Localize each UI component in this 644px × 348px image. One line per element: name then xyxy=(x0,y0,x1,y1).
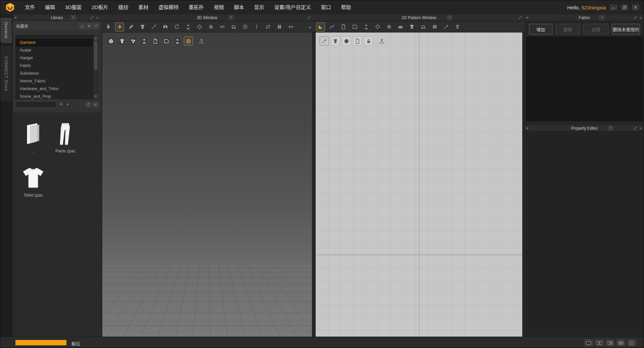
tool-measure-tape[interactable] xyxy=(286,22,295,31)
popout-icon[interactable] xyxy=(633,126,638,131)
tool-pleats-bars[interactable] xyxy=(430,22,439,31)
popout-icon[interactable] xyxy=(90,15,94,20)
refresh-view-icon[interactable] xyxy=(86,102,91,108)
tool-pattern-page[interactable] xyxy=(339,22,348,31)
menu-3d-garment[interactable]: 3D服装 xyxy=(60,0,87,14)
tool-pen-line[interactable] xyxy=(441,22,450,31)
panel-menu-dropdown[interactable]: ▼ xyxy=(447,15,452,20)
menu-edit[interactable]: 编辑 xyxy=(40,0,60,14)
menu-material[interactable]: 素材 xyxy=(133,0,153,14)
menu-retopology[interactable]: 重拓扑 xyxy=(183,0,209,14)
view-avatar-silhouette-icon[interactable] xyxy=(173,37,182,46)
tool-sewing-machine[interactable] xyxy=(419,22,428,31)
show-pattern-info-icon[interactable] xyxy=(342,37,351,46)
search-input[interactable] xyxy=(15,101,56,108)
tab-connect-store[interactable]: CONNECT Store xyxy=(0,46,12,101)
panel-menu-dropdown[interactable]: ▼ xyxy=(228,15,234,20)
tool-grid-snap[interactable] xyxy=(206,22,215,31)
close-panel-icon[interactable]: × xyxy=(638,126,643,131)
popout-icon[interactable] xyxy=(518,15,523,20)
layout-quad-pane-icon[interactable] xyxy=(616,339,625,346)
tool-rectangle-pattern[interactable] xyxy=(350,22,359,31)
list-view-icon[interactable] xyxy=(93,102,98,108)
view-world-globe-icon[interactable] xyxy=(184,37,193,46)
lock-shirt-icon[interactable] xyxy=(364,37,373,46)
add-favorite-icon[interactable] xyxy=(86,23,92,29)
layout-mixed-pane-icon[interactable] xyxy=(606,339,614,346)
tool-edit-pen[interactable] xyxy=(126,22,136,31)
tool-avatar-mannequin[interactable] xyxy=(183,22,193,31)
scroll-down-icon[interactable]: ▼ xyxy=(94,94,98,98)
layout-two-pane-icon[interactable] xyxy=(595,339,604,346)
search-filter-dropdown-icon[interactable]: ▼ xyxy=(66,103,69,106)
library-item-substance[interactable]: Substance xyxy=(16,70,93,77)
view-particle-balls-icon[interactable] xyxy=(128,37,138,46)
tool-panel-bars[interactable] xyxy=(275,22,284,31)
menu-file[interactable]: 文件 xyxy=(20,0,40,14)
folder-up-item[interactable]: .. xyxy=(17,122,49,153)
view-shaded-surface-icon[interactable] xyxy=(106,37,115,46)
tool-transform-pattern[interactable] xyxy=(316,22,325,31)
tool-fold-arrangement[interactable] xyxy=(161,22,170,31)
tool-pin-needle[interactable] xyxy=(149,22,158,31)
tool-edit-polyline[interactable] xyxy=(327,22,336,31)
tool-flatten-rotate[interactable] xyxy=(172,22,181,31)
layout-reset-icon[interactable] xyxy=(627,339,636,346)
tool-arrange-point[interactable] xyxy=(373,22,382,31)
show-sketch-pen-icon[interactable] xyxy=(320,37,329,46)
restore-button[interactable] xyxy=(621,5,628,10)
minimize-button[interactable] xyxy=(610,5,617,10)
show-pattern-page-icon[interactable] xyxy=(353,37,362,46)
tool-zipper[interactable] xyxy=(252,22,261,31)
tool-iron-press[interactable] xyxy=(396,22,405,31)
tool-hanger-ring[interactable] xyxy=(240,22,250,31)
view-avatar-person-icon[interactable] xyxy=(140,37,149,46)
menu-help[interactable]: 帮助 xyxy=(336,0,356,14)
tool-simulate-arrow[interactable] xyxy=(104,22,113,31)
collapse-arrow-icon[interactable] xyxy=(525,126,530,130)
tool-grid-snap[interactable] xyxy=(384,22,393,31)
library-item-fabric[interactable]: Fabric xyxy=(16,62,93,70)
tool-arrange-point[interactable] xyxy=(195,22,204,31)
scrollbar-thumb[interactable] xyxy=(94,41,98,70)
2d-pattern-canvas[interactable] xyxy=(316,32,522,337)
3d-viewport[interactable] xyxy=(102,32,312,337)
library-item-hardware-and-trims[interactable]: Hardware_and_Trims xyxy=(16,85,93,93)
collapse-arrow-icon[interactable] xyxy=(13,16,18,19)
arrange-upload-icon[interactable] xyxy=(197,37,206,46)
pants-file-item[interactable]: Pants.zpac xyxy=(50,122,81,153)
panel-menu-dropdown[interactable]: ▼ xyxy=(599,15,605,20)
view-pattern-page-icon[interactable] xyxy=(151,37,160,46)
menu-settings-customize[interactable]: 设置/用户自定义 xyxy=(269,0,316,14)
tool-free-sewing[interactable] xyxy=(229,22,238,31)
tool-segment-sewing[interactable] xyxy=(218,22,227,31)
menu-display[interactable]: 显示 xyxy=(249,0,269,14)
close-panel-icon[interactable]: × xyxy=(638,15,643,20)
arrange-upload-icon[interactable] xyxy=(377,37,386,46)
menu-avatar[interactable]: 虚拟模特 xyxy=(153,0,183,14)
layout-single-icon[interactable] xyxy=(584,339,593,346)
scroll-up-icon[interactable]: ▲ xyxy=(94,36,98,40)
username[interactable]: 523ningxia xyxy=(581,5,606,10)
add-fabric-button[interactable]: 增加 xyxy=(529,24,552,34)
property-editor-content[interactable] xyxy=(526,132,643,335)
collapse-arrow-icon[interactable] xyxy=(525,16,530,19)
tshirt-file-item[interactable]: Tshirt.zpac xyxy=(17,166,49,198)
panel-menu-dropdown[interactable]: ▼ xyxy=(608,126,613,131)
view-pattern-page-alt-icon[interactable] xyxy=(162,37,171,46)
library-item-avatar[interactable]: Avatar xyxy=(16,47,93,54)
import-download-icon[interactable] xyxy=(79,23,85,29)
search-icon[interactable] xyxy=(59,101,63,108)
tool-fit-plane[interactable] xyxy=(263,22,272,31)
tool-select-move-crosshair[interactable] xyxy=(115,22,124,31)
close-button[interactable] xyxy=(632,5,639,10)
popout-icon[interactable] xyxy=(633,15,638,20)
library-item-hanger[interactable]: Hanger xyxy=(16,54,93,62)
menu-video[interactable]: 视频 xyxy=(209,0,229,14)
library-item-scene-and-prop[interactable]: Scene_and_Prop xyxy=(16,93,93,99)
menu-window[interactable]: 窗口 xyxy=(316,0,336,14)
tool-dark-shirt[interactable] xyxy=(453,22,462,31)
library-item-interior-fabric[interactable]: Interior_Fabric xyxy=(16,77,93,85)
menu-2d-pattern[interactable]: 2D板片 xyxy=(87,0,113,14)
tab-general[interactable]: General xyxy=(0,18,12,43)
